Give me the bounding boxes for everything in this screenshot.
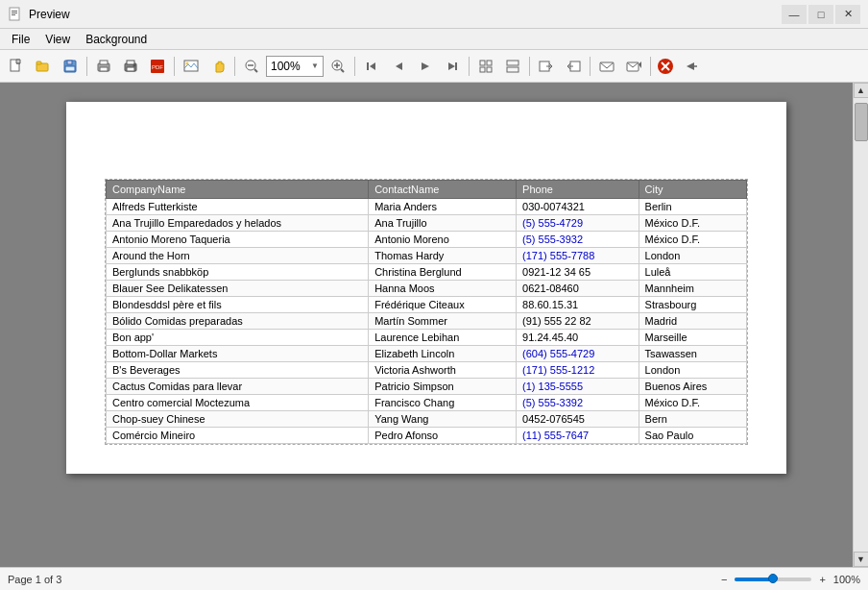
- cell-city: México D.F.: [639, 232, 746, 248]
- col-company: CompanyName: [107, 181, 369, 199]
- scroll-down-button[interactable]: ▼: [854, 552, 869, 567]
- zoom-in-button[interactable]: [326, 54, 350, 79]
- new-button[interactable]: [4, 54, 29, 79]
- cell-contact: Antonio Moreno: [369, 232, 517, 248]
- next-page-button[interactable]: [440, 54, 465, 79]
- page-top-space: [66, 102, 786, 179]
- separator-1: [86, 57, 87, 76]
- cell-contact: Francisco Chang: [369, 395, 517, 411]
- svg-marker-31: [370, 62, 375, 70]
- play-icon: [418, 59, 433, 74]
- scroll-track[interactable]: [854, 98, 869, 552]
- svg-rect-38: [480, 67, 485, 72]
- open-button[interactable]: [31, 54, 56, 79]
- print-button[interactable]: [91, 54, 116, 79]
- layout2-icon: [505, 59, 520, 74]
- cell-phone: 0621-08460: [517, 281, 639, 297]
- close-button[interactable]: ✕: [835, 5, 860, 24]
- cell-phone: (1) 135-5555: [517, 379, 639, 395]
- pdf-button[interactable]: PDF: [145, 54, 170, 79]
- page-info: Page 1 of 3: [8, 574, 61, 585]
- cell-company: Blauer See Delikatessen: [107, 281, 369, 297]
- zoom-slider-thumb[interactable]: [768, 574, 778, 583]
- svg-rect-17: [127, 67, 134, 71]
- cell-phone: (91) 555 22 82: [517, 313, 639, 330]
- svg-marker-50: [687, 62, 694, 70]
- separator-6: [529, 57, 530, 76]
- table-row: Chop-suey ChineseYang Wang0452-076545Ber…: [107, 411, 747, 428]
- zoom-slider[interactable]: [735, 578, 811, 581]
- main-area: CompanyName ContactName Phone City Alfre…: [0, 83, 868, 567]
- menu-file[interactable]: File: [4, 31, 37, 48]
- prev-page-button[interactable]: [386, 54, 411, 79]
- cell-contact: Maria Anders: [369, 199, 517, 215]
- table-row: Bólido Comidas preparadasMartín Sommer(9…: [107, 313, 747, 330]
- export-button[interactable]: [534, 54, 559, 79]
- svg-marker-34: [448, 62, 455, 70]
- cell-contact: Ana Trujillo: [369, 215, 517, 232]
- layout1-button[interactable]: [473, 54, 498, 79]
- table-row: Bon app'Laurence Lebihan91.24.45.40Marse…: [107, 330, 747, 346]
- cell-contact: Hanna Moos: [369, 281, 517, 297]
- cell-contact: Laurence Lebihan: [369, 330, 517, 346]
- table-row: Ana Trujillo Emparedados y heladosAna Tr…: [107, 215, 747, 232]
- print2-icon: [123, 59, 138, 74]
- layout2-button[interactable]: [500, 54, 525, 79]
- zoom-dropdown-arrow: ▼: [311, 61, 319, 70]
- zoom-slider-container: [735, 578, 811, 581]
- cell-city: México D.F.: [639, 215, 746, 232]
- zoom-plus-button[interactable]: +: [817, 574, 827, 585]
- cell-phone: (171) 555-1212: [517, 362, 639, 379]
- zoom-box[interactable]: 100% ▼: [266, 56, 324, 77]
- first-page-button[interactable]: [359, 54, 384, 79]
- email-icon: [599, 59, 615, 74]
- svg-line-29: [341, 69, 344, 72]
- scrollbar-vertical[interactable]: ▲ ▼: [853, 83, 868, 567]
- table-row: Centro comercial MoctezumaFrancisco Chan…: [107, 395, 747, 411]
- zoom-minus-button[interactable]: −: [719, 574, 729, 585]
- extra-icon: [683, 59, 698, 74]
- save-button[interactable]: [58, 54, 83, 79]
- zoom-out-button[interactable]: [239, 54, 264, 79]
- cell-company: B's Beverages: [107, 362, 369, 379]
- svg-rect-1: [12, 11, 17, 12]
- cell-company: Centro comercial Moctezuma: [107, 395, 369, 411]
- svg-text:PDF: PDF: [152, 64, 163, 70]
- canvas-area[interactable]: CompanyName ContactName Phone City Alfre…: [0, 83, 853, 567]
- stop-icon: [657, 58, 674, 75]
- col-contact: ContactName: [369, 181, 517, 199]
- minimize-button[interactable]: —: [782, 5, 807, 24]
- import-button[interactable]: [561, 54, 586, 79]
- menu-background[interactable]: Background: [78, 31, 155, 48]
- svg-rect-10: [67, 61, 72, 64]
- table-row: Blauer See DelikatessenHanna Moos0621-08…: [107, 281, 747, 297]
- svg-rect-13: [100, 61, 108, 64]
- cell-contact: Yang Wang: [369, 411, 517, 428]
- image-icon: [183, 59, 199, 74]
- table-container: CompanyName ContactName Phone City Alfre…: [105, 179, 748, 445]
- email2-button[interactable]: [621, 54, 646, 79]
- cell-city: México D.F.: [639, 395, 746, 411]
- maximize-button[interactable]: □: [808, 5, 833, 24]
- play-button[interactable]: [413, 54, 438, 79]
- pdf-icon: PDF: [150, 59, 165, 74]
- image-button[interactable]: [179, 54, 204, 79]
- table-row: Cactus Comidas para llevarPatricio Simps…: [107, 379, 747, 395]
- zoom-in-icon: [330, 59, 346, 74]
- stop-button[interactable]: [655, 56, 676, 77]
- email-button[interactable]: [594, 54, 619, 79]
- extra-button[interactable]: [678, 54, 703, 79]
- page-bottom-pad: [66, 445, 786, 474]
- print2-button[interactable]: [118, 54, 143, 79]
- cell-company: Chop-suey Chinese: [107, 411, 369, 428]
- scroll-thumb[interactable]: [855, 103, 868, 141]
- cell-city: Marseille: [639, 330, 746, 346]
- toolbar: PDF 100% ▼: [0, 50, 868, 83]
- table-row: Antonio Moreno TaqueriaAntonio Moreno(5)…: [107, 232, 747, 248]
- scroll-up-button[interactable]: ▲: [854, 83, 869, 98]
- table-row: Bottom-Dollar MarketsElizabeth Lincoln(6…: [107, 346, 747, 362]
- cell-company: Alfreds Futterkiste: [107, 199, 369, 215]
- hand-button[interactable]: [205, 54, 230, 79]
- menu-view[interactable]: View: [37, 31, 78, 48]
- cell-company: Antonio Moreno Taqueria: [107, 232, 369, 248]
